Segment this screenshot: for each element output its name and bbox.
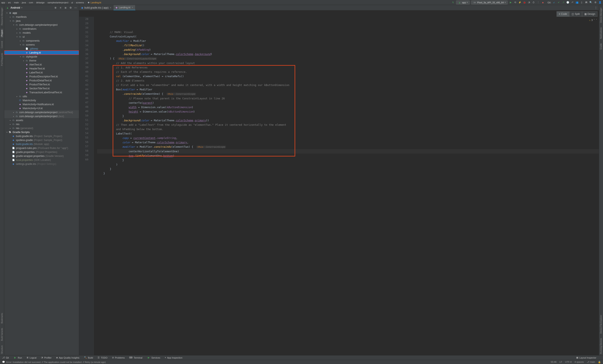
devices-icon[interactable]: ▯ [580,1,583,4]
caret-position[interactable]: 55:46 [551,361,557,363]
crumb[interactable]: samplestarterproject [47,1,69,4]
strip-build-variants[interactable]: Build Variants [1,327,3,342]
warning-icon: ⚠ [589,18,591,22]
select-opened-icon[interactable]: ⊕ [54,6,57,10]
right-tool-strip: Device Manager Notifications Gradle Devi… [599,5,603,355]
status-bar: 💬 Error: Installation did not succeed. /… [0,360,603,364]
crumb[interactable]: screens [76,1,84,4]
tool-run[interactable]: ▶Run [13,356,22,359]
tab-landing[interactable]: ◆Landing.kt× [114,5,135,10]
breadcrumb: app› src› main› java› com› delasign› sam… [1,1,101,4]
tool-problems[interactable]: ⊘Problems [112,356,125,359]
tool-todo[interactable]: ☰TODO [98,356,107,359]
profile-icon[interactable]: ⏱ [532,1,535,4]
tool-services[interactable]: ▶Services [147,356,160,359]
strip-gradle[interactable]: Gradle [600,42,602,51]
coverage-icon[interactable]: ◔ [527,1,531,4]
tab-build-gradle[interactable]: ◆build.gradle.kts (:app)× [79,5,114,10]
code-with-me-icon[interactable]: 👥 [575,1,579,4]
tool-terminal[interactable]: ⌨Terminal [129,356,142,359]
apply-changes-icon[interactable]: ⟲ [514,1,517,4]
crumb[interactable]: ui [71,1,73,4]
status-message[interactable]: Error: Installation did not succeed. // … [6,361,106,363]
tool-logcat[interactable]: ≣Logcat [27,356,36,359]
kotlin-file-icon: ◆ [25,75,28,78]
vcs-update-icon[interactable]: ↙ [552,1,556,4]
strip-structure[interactable]: Structure [1,344,3,355]
code-editor[interactable]: ⚠3 ˆ ˇ 282930313233343536373839404142434… [79,17,599,355]
tool-git[interactable]: ⎇Git [2,356,9,359]
sdk-icon[interactable]: ⬒ [585,1,588,4]
crumb[interactable]: app [1,1,5,4]
tab-menu-icon[interactable]: ⋮ [594,6,598,10]
strip-bookmarks[interactable]: Bookmarks [1,312,3,325]
sync-gradle-icon[interactable]: ↯ [452,1,455,4]
attach-icon[interactable]: ⋮ [537,1,540,4]
close-icon[interactable]: × [132,6,133,9]
lock-icon[interactable]: 🔒 [598,361,601,363]
strip-running-devices[interactable]: Running Devices [600,337,602,355]
chevron-up-icon[interactable]: ˆ [594,18,595,22]
editor-view-toggle: ≡Code ◫Split ▦Design [79,11,599,17]
inspect-icon: ⌖ [165,356,166,359]
rollback-icon[interactable]: ↶ [571,1,574,4]
project-tree[interactable]: ▾▣app ▸🗀manifests ▾🗀java ▾🗀com.delasign.… [4,11,79,355]
search-icon[interactable]: 🔍 [589,1,592,4]
event-icon[interactable]: 💬 [2,361,5,363]
strip-commit[interactable]: Commit [1,40,3,49]
crumb[interactable]: java [22,1,26,4]
strip-resource-manager[interactable]: Resource Manager [1,6,3,27]
git-branch[interactable]: ⎇ main [587,361,595,363]
expand-all-icon[interactable]: ≡ [59,6,62,10]
line-gutter[interactable]: 2829303132333435363738394041424344454647… [79,17,91,355]
gradle-file-icon: ◆ [81,6,83,9]
crumb[interactable]: com [29,1,33,4]
tool-build[interactable]: 🔨Build [84,356,93,359]
hide-icon[interactable]: — [74,6,77,10]
kotlin-file-icon: ◆ [116,6,117,9]
tool-app-inspection[interactable]: ⌖App Inspection [165,356,182,359]
indent[interactable]: 4 spaces [575,361,584,363]
encoding[interactable]: UTF-8 [565,361,572,363]
view-design[interactable]: ▦Design [582,11,598,17]
apply-code-icon[interactable]: ⚡ [518,1,522,4]
strip-device-manager[interactable]: Device Manager [600,6,602,24]
strip-notifications[interactable]: Notifications [600,26,602,40]
view-split[interactable]: ◫Split [569,11,582,17]
debug-icon[interactable]: 🐞 [523,1,526,4]
vcs-push-icon[interactable]: ↗ [562,1,565,4]
tree-item-landing[interactable]: ◆Landing.kt [4,51,79,55]
gear-icon[interactable]: ⚙ [69,6,72,10]
project-header: ▲ Android ▾ ⊕ ≡ ≣ ⚙ — [4,5,79,11]
kotlin-file-icon: ◆ [25,71,28,74]
package-icon: 🗀 [15,23,18,27]
inspection-widget[interactable]: ⚠3 ˆ ˇ [589,18,597,22]
stop-icon[interactable]: ■ [541,1,545,4]
crumb[interactable]: main [14,1,19,4]
tool-profiler[interactable]: ◔Profiler [41,356,51,359]
crumb[interactable]: delasign [36,1,45,4]
project-view-dropdown[interactable]: ▲ Android ▾ [6,6,23,10]
android-icon: ▲ [6,6,9,10]
collapse-all-icon[interactable]: ≣ [64,6,67,10]
strip-project[interactable]: Project [1,29,3,38]
vcs-commit-icon[interactable]: ✔ [557,1,560,4]
tool-layout-inspector[interactable]: ▦Layout Inspector [576,356,596,359]
tool-aqi[interactable]: ◈App Quality Insights [56,356,79,359]
avatar-icon[interactable]: 👤 [598,1,602,4]
run-icon[interactable]: ▶ [509,1,512,4]
history-icon[interactable]: 🕘 [566,1,569,4]
line-sep[interactable]: LF [559,361,562,363]
vcs-label: Git: [547,1,551,4]
chevron-down-icon[interactable]: ˇ [596,18,597,22]
close-icon[interactable]: × [110,6,111,9]
settings-icon[interactable]: ⚙ [594,1,597,4]
strip-device-file-explorer[interactable]: Device File Explorer [600,314,602,335]
crumb-active[interactable]: Landing.kt [91,1,101,4]
fold-gutter[interactable] [91,17,94,355]
view-code[interactable]: ≡Code [557,11,569,17]
run-config-dropdown[interactable]: ▲app▾ [456,0,470,5]
strip-pull-requests[interactable]: Pull Requests [1,52,3,67]
device-dropdown[interactable]: ▭Pixel_3a_API_33_x86_64▾ [471,0,508,5]
crumb[interactable]: src [8,1,11,4]
